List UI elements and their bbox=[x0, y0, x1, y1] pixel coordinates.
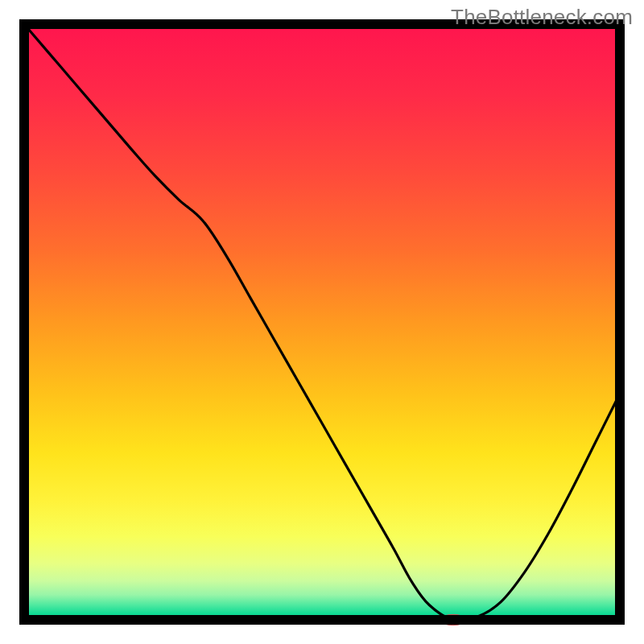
bottleneck-chart bbox=[0, 0, 644, 644]
plot-background bbox=[24, 24, 620, 620]
chart-container: TheBottleneck.com bbox=[0, 0, 644, 644]
watermark-text: TheBottleneck.com bbox=[451, 5, 633, 30]
